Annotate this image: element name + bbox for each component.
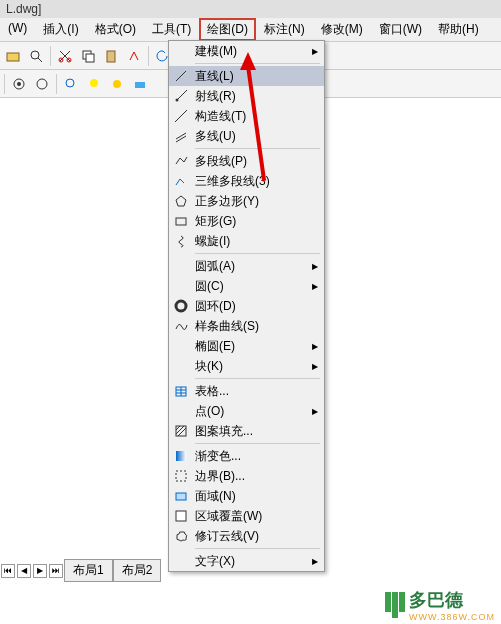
menu-bar: (W) 插入(I) 格式(O) 工具(T) 绘图(D) 标注(N) 修改(M) …: [0, 18, 501, 42]
menu-draw[interactable]: 绘图(D): [199, 18, 256, 41]
match-icon[interactable]: [123, 45, 145, 67]
copy-icon[interactable]: [77, 45, 99, 67]
menu-window[interactable]: (W): [0, 18, 35, 41]
logo-text: 多巴德: [409, 588, 495, 612]
menu-item-revcloud[interactable]: 修订云线(V): [169, 526, 324, 546]
menu-label: 区域覆盖(W): [195, 508, 262, 525]
tab-last-icon[interactable]: ⏭: [49, 564, 63, 578]
svg-point-18: [66, 79, 74, 87]
menu-tools[interactable]: 工具(T): [144, 18, 199, 41]
menu-label: 构造线(T): [195, 108, 246, 125]
menu-item-polygon[interactable]: 正多边形(Y): [169, 191, 324, 211]
blank-icon: [173, 338, 189, 354]
svg-line-27: [176, 136, 186, 142]
line-icon: [173, 68, 189, 84]
draw-dropdown: 建模(M)▶直线(L)射线(R)构造线(T)多线(U)多段线(P)三维多段线(3…: [168, 40, 325, 572]
menu-help[interactable]: 帮助(H): [430, 18, 487, 41]
find-icon[interactable]: [60, 73, 82, 95]
menu-item-hatch[interactable]: 图案填充...: [169, 421, 324, 441]
menu-item-xline[interactable]: 构造线(T): [169, 106, 324, 126]
gear2-icon[interactable]: [31, 73, 53, 95]
submenu-arrow-icon: ▶: [312, 362, 318, 371]
menu-item-helix[interactable]: 螺旋(I): [169, 231, 324, 251]
menu-item-pline[interactable]: 多段线(P): [169, 151, 324, 171]
svg-rect-40: [176, 471, 186, 481]
menu-label: 圆环(D): [195, 298, 236, 315]
menu-item-spline[interactable]: 样条曲线(S): [169, 316, 324, 336]
menu-format[interactable]: 格式(O): [87, 18, 144, 41]
svg-rect-29: [176, 218, 186, 225]
blank-icon: [173, 43, 189, 59]
zoom-icon[interactable]: [25, 45, 47, 67]
menu-item-boundary[interactable]: 边界(B)...: [169, 466, 324, 486]
menu-item-圆弧(A)[interactable]: 圆弧(A)▶: [169, 256, 324, 276]
menu-window2[interactable]: 窗口(W): [371, 18, 430, 41]
cut-icon[interactable]: [54, 45, 76, 67]
menu-label: 修订云线(V): [195, 528, 259, 545]
polygon-icon: [173, 193, 189, 209]
svg-rect-39: [176, 451, 186, 461]
menu-label: 圆弧(A): [195, 258, 235, 275]
svg-line-26: [176, 133, 186, 139]
menu-insert[interactable]: 插入(I): [35, 18, 86, 41]
tab-layout1[interactable]: 布局1: [64, 559, 113, 582]
menu-label: 多段线(P): [195, 153, 247, 170]
menu-item-块(K)[interactable]: 块(K)▶: [169, 356, 324, 376]
menu-item-line[interactable]: 直线(L): [169, 66, 324, 86]
bulb-icon[interactable]: [83, 73, 105, 95]
paste-icon[interactable]: [100, 45, 122, 67]
blank-icon: [173, 358, 189, 374]
xline-icon: [173, 108, 189, 124]
gear-icon[interactable]: [8, 73, 30, 95]
tab-prev-icon[interactable]: ◀: [17, 564, 31, 578]
table-icon: [173, 383, 189, 399]
menu-item-圆(C)[interactable]: 圆(C)▶: [169, 276, 324, 296]
revcloud-icon: [173, 528, 189, 544]
blank-icon: [173, 553, 189, 569]
mline-icon: [173, 128, 189, 144]
menu-item-rect[interactable]: 矩形(G): [169, 211, 324, 231]
helix-icon: [173, 233, 189, 249]
spline-icon: [173, 318, 189, 334]
tag-icon[interactable]: [129, 73, 151, 95]
menu-modify[interactable]: 修改(M): [313, 18, 371, 41]
menu-label: 边界(B)...: [195, 468, 245, 485]
menu-item-donut[interactable]: 圆环(D): [169, 296, 324, 316]
menu-label: 建模(M): [195, 43, 237, 60]
menu-item-椭圆(E)[interactable]: 椭圆(E)▶: [169, 336, 324, 356]
menu-separator: [195, 253, 320, 254]
menu-label: 正多边形(Y): [195, 193, 259, 210]
menu-item-建模(M)[interactable]: 建模(M)▶: [169, 41, 324, 61]
svg-point-30: [176, 301, 186, 311]
pline3d-icon: [173, 173, 189, 189]
menu-label: 点(O): [195, 403, 224, 420]
menu-item-region[interactable]: 面域(N): [169, 486, 324, 506]
menu-label: 螺旋(I): [195, 233, 230, 250]
menu-item-pline3d[interactable]: 三维多段线(3): [169, 171, 324, 191]
blank-icon: [173, 403, 189, 419]
menu-label: 直线(L): [195, 68, 234, 85]
tab-first-icon[interactable]: ⏮: [1, 564, 15, 578]
menu-item-ray[interactable]: 射线(R): [169, 86, 324, 106]
watermark-logo: 多巴德 WWW.386W.COM: [385, 588, 495, 622]
menu-dimension[interactable]: 标注(N): [256, 18, 313, 41]
window-title: L.dwg]: [6, 2, 41, 16]
open-icon[interactable]: [2, 45, 24, 67]
sun-icon[interactable]: [106, 73, 128, 95]
menu-item-table[interactable]: 表格...: [169, 381, 324, 401]
menu-label: 块(K): [195, 358, 223, 375]
svg-point-1: [31, 51, 39, 59]
menu-item-文字(X)[interactable]: 文字(X)▶: [169, 551, 324, 571]
menu-item-wipeout[interactable]: 区域覆盖(W): [169, 506, 324, 526]
tab-layout2[interactable]: 布局2: [113, 559, 162, 582]
menu-item-点(O)[interactable]: 点(O)▶: [169, 401, 324, 421]
tab-next-icon[interactable]: ▶: [33, 564, 47, 578]
menu-label: 多线(U): [195, 128, 236, 145]
separator: [50, 46, 51, 66]
menu-item-gradient[interactable]: 渐变色...: [169, 446, 324, 466]
submenu-arrow-icon: ▶: [312, 47, 318, 56]
svg-rect-42: [176, 511, 186, 521]
svg-rect-41: [176, 493, 186, 500]
menu-item-mline[interactable]: 多线(U): [169, 126, 324, 146]
svg-line-23: [177, 90, 187, 100]
